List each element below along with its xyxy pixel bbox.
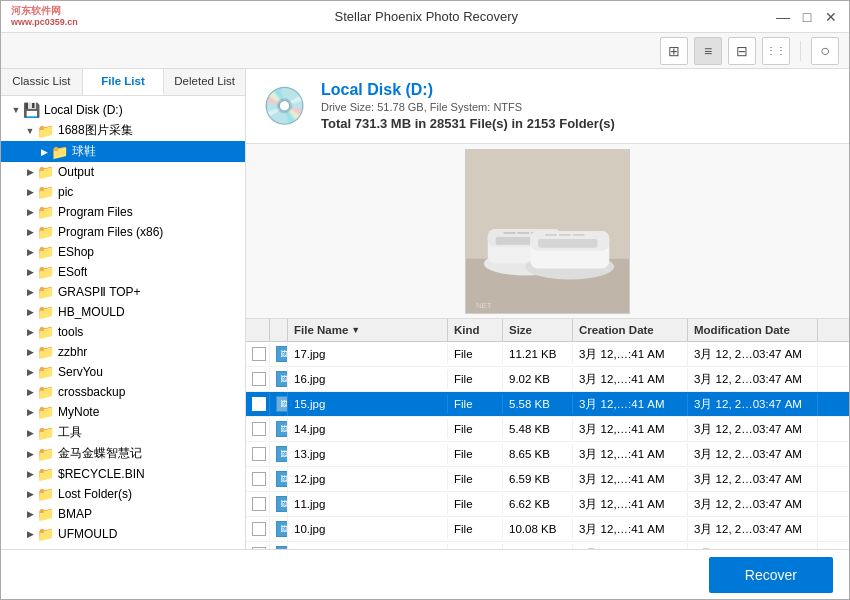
- file-checkbox-f7[interactable]: [246, 493, 270, 515]
- expand-icon[interactable]: ▶: [23, 245, 37, 259]
- preview-image: NET: [465, 149, 630, 314]
- checkbox-icon[interactable]: [252, 472, 266, 486]
- expand-icon[interactable]: ▶: [23, 507, 37, 521]
- view-columns-button[interactable]: ⊟: [728, 37, 756, 65]
- view-list-button[interactable]: ≡: [694, 37, 722, 65]
- expand-icon[interactable]: ▼: [9, 103, 23, 117]
- view-detail-button[interactable]: ⋮⋮: [762, 37, 790, 65]
- tree-item-program-files[interactable]: ▶ 📁 Program Files: [1, 202, 245, 222]
- file-checkbox-f3[interactable]: [246, 393, 270, 415]
- expand-icon[interactable]: ▶: [23, 185, 37, 199]
- expand-icon[interactable]: ▶: [23, 527, 37, 541]
- file-name-f4: 14.jpg: [288, 419, 448, 439]
- file-kind-f6: File: [448, 469, 503, 489]
- file-row-f7[interactable]: 🖼 11.jpg File 6.62 KB 3月 12,…:41 AM 3月 1…: [246, 492, 849, 517]
- file-row-f1[interactable]: 🖼 17.jpg File 11.21 KB 3月 12,…:41 AM 3月 …: [246, 342, 849, 367]
- expand-icon[interactable]: ▶: [23, 405, 37, 419]
- tree-item-tools[interactable]: ▶ 📁 tools: [1, 322, 245, 342]
- tree-item-servyou[interactable]: ▶ 📁 ServYou: [1, 362, 245, 382]
- file-list-container: File Name ▼ Kind Size Creation Date Modi…: [246, 319, 849, 549]
- file-row-f4[interactable]: 🖼 14.jpg File 5.48 KB 3月 12,…:41 AM 3月 1…: [246, 417, 849, 442]
- checkbox-icon[interactable]: [252, 447, 266, 461]
- file-row-f6[interactable]: 🖼 12.jpg File 6.59 KB 3月 12,…:41 AM 3月 1…: [246, 467, 849, 492]
- file-modification-f1: 3月 12, 2…03:47 AM: [688, 343, 818, 366]
- expand-icon[interactable]: ▶: [23, 487, 37, 501]
- expand-icon[interactable]: ▶: [23, 426, 37, 440]
- file-row-f5[interactable]: 🖼 13.jpg File 8.65 KB 3月 12,…:41 AM 3月 1…: [246, 442, 849, 467]
- tab-file-list[interactable]: File List: [83, 69, 165, 95]
- file-checkbox-f1[interactable]: [246, 343, 270, 365]
- tree-item-qiuxie[interactable]: ▶ 📁 球鞋: [1, 141, 245, 162]
- expand-icon[interactable]: ▶: [23, 325, 37, 339]
- tab-bar: Classic List File List Deleted List: [1, 69, 245, 96]
- tree-item-tools2[interactable]: ▶ 📁 工具: [1, 422, 245, 443]
- panel-toggle-button[interactable]: ○: [811, 37, 839, 65]
- expand-icon[interactable]: ▶: [23, 265, 37, 279]
- checkbox-icon[interactable]: [252, 497, 266, 511]
- maximize-button[interactable]: □: [799, 9, 815, 25]
- recover-button[interactable]: Recover: [709, 557, 833, 593]
- file-row-f3[interactable]: 🖼 15.jpg File 5.58 KB 3月 12,…:41 AM 3月 1…: [246, 392, 849, 417]
- col-size-header[interactable]: Size: [503, 319, 573, 341]
- expand-icon[interactable]: ▶: [23, 165, 37, 179]
- tree-item-lost[interactable]: ▶ 📁 Lost Folder(s): [1, 484, 245, 504]
- svg-rect-12: [538, 238, 597, 247]
- tab-deleted-list[interactable]: Deleted List: [164, 69, 245, 95]
- col-kind-header[interactable]: Kind: [448, 319, 503, 341]
- expand-icon[interactable]: ▶: [23, 447, 37, 461]
- checkbox-icon[interactable]: [252, 347, 266, 361]
- tree-item-local-disk[interactable]: ▼ 💾 Local Disk (D:): [1, 100, 245, 120]
- close-button[interactable]: ✕: [823, 9, 839, 25]
- file-checkbox-f2[interactable]: [246, 368, 270, 390]
- tree-item-recycle[interactable]: ▶ 📁 $RECYCLE.BIN: [1, 464, 245, 484]
- tree-item-program-files-x86[interactable]: ▶ 📁 Program Files (x86): [1, 222, 245, 242]
- file-row-f8[interactable]: 🖼 10.jpg File 10.08 KB 3月 12,…:41 AM 3月 …: [246, 517, 849, 542]
- minimize-button[interactable]: —: [775, 9, 791, 25]
- checkbox-icon[interactable]: [252, 372, 266, 386]
- col-name-header[interactable]: File Name ▼: [288, 319, 448, 341]
- file-checkbox-f8[interactable]: [246, 518, 270, 540]
- file-checkbox-f6[interactable]: [246, 468, 270, 490]
- tree-item-ufmould[interactable]: ▶ 📁 UFMOULD: [1, 524, 245, 544]
- tab-classic-list[interactable]: Classic List: [1, 69, 83, 95]
- expand-icon[interactable]: ▶: [23, 205, 37, 219]
- checkbox-icon[interactable]: [252, 397, 266, 411]
- expand-icon[interactable]: ▶: [37, 145, 51, 159]
- col-creation-header[interactable]: Creation Date: [573, 319, 688, 341]
- tree-item-hb-mould[interactable]: ▶ 📁 HB_MOULD: [1, 302, 245, 322]
- tree-item-bmap[interactable]: ▶ 📁 BMAP: [1, 504, 245, 524]
- file-list-header: File Name ▼ Kind Size Creation Date Modi…: [246, 319, 849, 342]
- folder-icon: 📁: [37, 506, 54, 522]
- tree-item-output[interactable]: ▶ 📁 Output: [1, 162, 245, 182]
- tree-item-mynote[interactable]: ▶ 📁 MyNote: [1, 402, 245, 422]
- tree-item-esoft[interactable]: ▶ 📁 ESoft: [1, 262, 245, 282]
- expand-icon[interactable]: ▶: [23, 305, 37, 319]
- expand-icon[interactable]: ▼: [23, 124, 37, 138]
- tree-item-1688[interactable]: ▼ 📁 1688图片采集: [1, 120, 245, 141]
- col-modification-header[interactable]: Modification Date: [688, 319, 818, 341]
- tree-item-eshop[interactable]: ▶ 📁 EShop: [1, 242, 245, 262]
- tree-item-grasp[interactable]: ▶ 📁 GRASPⅡ TOP+: [1, 282, 245, 302]
- expand-icon[interactable]: ▶: [23, 365, 37, 379]
- file-row-f2[interactable]: 🖼 16.jpg File 9.02 KB 3月 12,…:41 AM 3月 1…: [246, 367, 849, 392]
- folder-icon: 📁: [37, 486, 54, 502]
- file-list-body[interactable]: 🖼 17.jpg File 11.21 KB 3月 12,…:41 AM 3月 …: [246, 342, 849, 549]
- file-modification-f3: 3月 12, 2…03:47 AM: [688, 393, 818, 416]
- expand-icon[interactable]: ▶: [23, 385, 37, 399]
- expand-icon[interactable]: ▶: [23, 345, 37, 359]
- checkbox-icon[interactable]: [252, 422, 266, 436]
- checkbox-icon[interactable]: [252, 522, 266, 536]
- view-grid-button[interactable]: ⊞: [660, 37, 688, 65]
- tree-item-pic[interactable]: ▶ 📁 pic: [1, 182, 245, 202]
- tree-item-jdjzhy[interactable]: ▶ 📁 金马金蝶智慧记: [1, 443, 245, 464]
- file-checkbox-f4[interactable]: [246, 418, 270, 440]
- expand-icon[interactable]: ▶: [23, 467, 37, 481]
- expand-icon[interactable]: ▶: [23, 225, 37, 239]
- tree-view[interactable]: ▼ 💾 Local Disk (D:) ▼ 📁 1688图片采集 ▶ 📁 球鞋: [1, 96, 245, 549]
- tree-item-label: crossbackup: [58, 385, 125, 399]
- tree-item-crossbackup[interactable]: ▶ 📁 crossbackup: [1, 382, 245, 402]
- file-checkbox-f5[interactable]: [246, 443, 270, 465]
- expand-icon[interactable]: ▶: [23, 285, 37, 299]
- file-row-f9[interactable]: 🖼 1.jpg File 21.43 KB 3月 12,…:41 AM 3月 1…: [246, 542, 849, 549]
- tree-item-zzbhr[interactable]: ▶ 📁 zzbhr: [1, 342, 245, 362]
